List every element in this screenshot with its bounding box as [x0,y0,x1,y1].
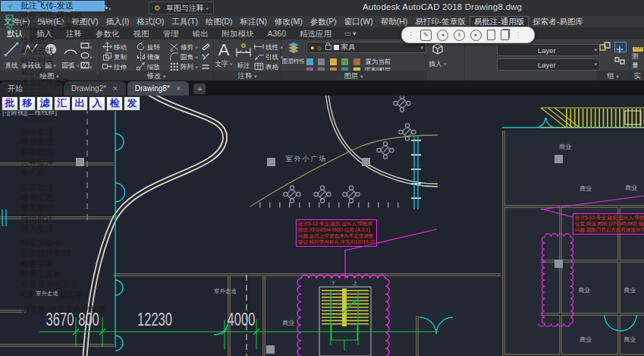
layers-panel-footer[interactable]: 图层 ▾ [281,71,426,80]
close-icon[interactable]: ✕ [176,85,182,93]
back-icon[interactable]: ◂ [437,30,448,41]
pause-icon[interactable]: ‖ [454,30,465,41]
menu-item-修复探索者文字[interactable]: 修复探索者文字 [1,279,105,290]
sent-icon [5,23,14,31]
menu-item-导出批注[interactable]: 导出批注 [1,213,105,224]
plugin-button-批[interactable]: 批 [2,96,18,111]
plugin-button-检[interactable]: 检 [106,96,123,111]
ribbon-tab-A360[interactable]: A360 [261,27,294,39]
annotation-text-line: 位置:商业 图纸:(XFG45-9KE 编号:A.3.2) [575,221,644,227]
dimension-tool[interactable]: 标注 [234,41,253,71]
menu-item-8[interactable]: 标注(N) [237,17,272,27]
erase-tool-icon[interactable] [201,43,210,52]
menu-item-汇总批注[interactable]: 汇总批注 [1,182,105,193]
color-dropdown[interactable]: Layer▾ [497,44,600,56]
menu-item-7[interactable]: 绘图(D) [202,17,237,27]
sun-icon[interactable]: ☼ [316,43,322,52]
plugin-button-入[interactable]: 入 [89,96,105,111]
modify-tool-移动[interactable]: 移动 [102,42,127,52]
menu-item-删除批注[interactable]: 删除批注 [1,147,105,158]
menu-item-导入批注[interactable]: 导入批注 [1,224,105,235]
menu-item-单独云线[interactable]: 单独云线 [1,46,105,57]
ribbon-tab-视图[interactable]: 视图 [127,27,156,39]
explode-tool-icon[interactable] [201,52,210,61]
linetype-dropdown[interactable]: Layer▾ [497,58,600,71]
modify-tool-镜像[interactable]: 镜像 [136,52,160,61]
drawing-label: 商业 [559,143,571,151]
menu-item-知识库[interactable]: 知识库› [1,67,105,77]
modify-tool-圆角[interactable]: 圆角 ▾ [169,52,198,61]
document-copy-icon[interactable] [501,30,509,40]
lightbulb-icon[interactable]: ● [310,44,314,52]
workspace-selector[interactable]: ⚙ 草图与注释 ▾ [149,2,214,14]
text-tool[interactable]: A 文字 ▾ [214,41,234,69]
dimension-value: 4000 [228,310,256,330]
annotate-tool-线性[interactable]: 线性 ▾ [254,42,283,52]
measure-label[interactable]: 测量 [632,52,644,71]
plugin-button-发[interactable]: 发 [124,96,140,111]
menu-item-批注飞传-已发送[interactable]: 批注飞传-已发送 [1,21,105,32]
ribbon-display-toggle-icon[interactable]: ▭ ▾ [338,27,363,39]
drag-handle-icon[interactable]: ⋮ [407,31,415,39]
menu-item-13[interactable]: 易打印-签章版 [411,17,470,27]
menu-item-12[interactable]: 帮助(H) [377,17,412,27]
new-tab-button[interactable]: + [193,83,206,94]
menu-item-批注飞传-收件箱[interactable]: 批注飞传-收件箱 [1,11,105,22]
layer-dropdown[interactable]: ● ☼ 家具 ▾ [306,42,426,53]
menu-item-10[interactable]: 参数(P) [306,17,341,27]
group-edit-icon[interactable] [614,42,627,52]
layer-color-swatch[interactable] [334,45,339,50]
document-icon[interactable] [487,30,495,40]
menu-item-14[interactable]: 易批注-通用版 [470,16,529,27]
layer-properties-button[interactable]: 图层特性 [282,41,305,65]
file-tab-Drawing8[interactable]: Drawing8*✕ [127,81,190,96]
ungroup-icon[interactable] [614,55,625,68]
menu-item-打开工具栏[interactable]: 打开工具栏 [1,269,105,280]
menu-item-重置软件参数[interactable]: 重置软件参数 [1,248,105,259]
menu-item-4[interactable]: 插入(I) [102,17,133,27]
menu-item-9[interactable]: 修改(M) [271,17,306,27]
ribbon-tab-输出[interactable]: 输出 [186,27,215,39]
annotate-panel-footer[interactable]: 注释 ▾ [214,71,281,80]
menu-item-批注列表[interactable]: 批注列表 [1,56,105,67]
plugin-button-移[interactable]: 移 [19,96,36,111]
menu-item-自定义命令[interactable]: 自定义命令 [1,238,105,248]
forward-icon[interactable]: ▸ [470,30,482,41]
drawing-label: 下 [331,280,336,287]
menu-item-编辑批注[interactable]: 编辑批注 [1,127,105,137]
menu-item-5[interactable]: 格式(O) [133,17,168,27]
group-panel-footer[interactable]: 组 ▾ [596,71,630,80]
ribbon-panel-layers: 图层特性 ● ☼ 家具 ▾ 置为当前 匹配图层 图层 ▾ [281,39,426,80]
menu-item-合并批注[interactable]: 合并批注 [1,158,105,169]
menu-item-批注飞传-发送[interactable]: 批注飞传-发送 [1,1,105,11]
utilities-panel-footer[interactable]: 实用工 [630,71,644,80]
group-create-icon[interactable] [599,42,611,55]
ribbon-tab-精选应用[interactable]: 精选应用 [293,27,338,39]
insert-block-button[interactable]: 插入 ▾ [428,41,448,69]
close-icon[interactable]: ✕ [112,85,118,93]
plugin-button-出[interactable]: 出 [71,96,88,111]
ribbon-tab-附加模块[interactable]: 附加模块 [215,27,261,39]
drag-handle-icon[interactable]: ⋮ [514,31,522,39]
menu-item-格式刷[interactable]: 格式刷 [1,168,105,178]
menu-item-绘制批注[interactable]: 绘制批注 [1,36,105,46]
menu-item-移动汇总[interactable]: 移动汇总 [1,193,105,203]
drawing-label: 商业 [580,184,592,193]
ribbon-tab-管理[interactable]: 管理 [156,27,186,39]
lock-icon[interactable] [325,45,331,50]
menu-item-11[interactable]: 窗口(W) [341,17,377,27]
plugin-button-滤[interactable]: 滤 [36,96,53,111]
modify-tool-修剪[interactable]: 修剪 ▾ [169,42,198,52]
menu-item-15[interactable]: 探索者-易图库 [529,17,587,27]
menu-item-6[interactable]: 工具(T) [168,17,202,27]
modify-panel-footer[interactable]: 修改 ▾ [99,71,213,80]
annotate-tool-引线[interactable]: 引线 ▾ [254,52,283,61]
menu-item-修复批注[interactable]: 修复批注 [1,203,105,213]
modify-tool-旋转[interactable]: 旋转 [136,42,160,52]
menu-item-移动批注[interactable]: 移动批注 [1,137,105,147]
edit-note-icon[interactable]: ✎ [420,30,432,41]
plugin-button-汇[interactable]: 汇 [54,96,71,111]
menu-item-设置软件参数[interactable]: 设置软件参数 [1,77,105,88]
modify-tool-复制[interactable]: 复制 [102,52,127,61]
menu-item-检查更新[interactable]: 检查更新 [1,259,105,269]
